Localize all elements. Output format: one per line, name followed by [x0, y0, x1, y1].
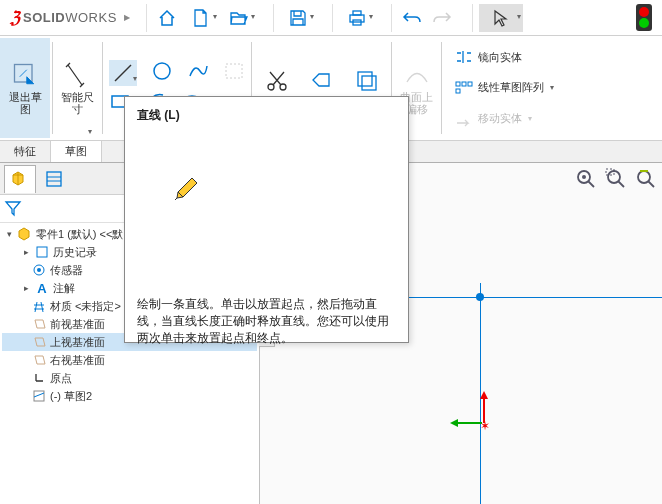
traffic-lights	[636, 4, 658, 31]
sketch-hline[interactable]	[368, 297, 662, 298]
zoom-area-icon[interactable]	[604, 167, 628, 195]
print-icon[interactable]	[339, 4, 375, 32]
smart-dimension-button[interactable]: 智能尺 寸 ▾	[55, 38, 100, 138]
undo-icon[interactable]	[398, 4, 426, 32]
open-file-icon[interactable]	[221, 4, 257, 32]
exit-sketch-button[interactable]: 退出草 图	[0, 38, 50, 138]
move-button[interactable]: 移动实体▾	[452, 109, 556, 129]
svg-line-33	[648, 181, 654, 187]
svg-rect-18	[456, 89, 460, 93]
save-icon[interactable]	[280, 4, 316, 32]
line-tool-button[interactable]: ▾	[109, 60, 137, 86]
svg-rect-0	[350, 15, 364, 22]
circle-tool-button[interactable]	[151, 60, 173, 86]
svg-rect-14	[362, 76, 376, 90]
svg-rect-15	[456, 82, 460, 86]
slot-tool-button[interactable]	[223, 60, 245, 86]
svg-rect-22	[37, 247, 47, 257]
svg-line-4	[115, 65, 131, 81]
pencil-icon	[173, 174, 396, 206]
svg-point-28	[582, 175, 586, 179]
tree-origin[interactable]: 原点	[2, 369, 257, 387]
svg-line-30	[618, 181, 624, 187]
axis-x-icon	[458, 422, 482, 424]
view-orient-icon[interactable]	[634, 167, 658, 195]
axis-x-arrow-icon	[450, 419, 458, 427]
chevron-down-icon[interactable]: ▶	[124, 13, 130, 22]
new-file-icon[interactable]	[183, 4, 219, 32]
tooltip-title: 直线 (L)	[137, 107, 396, 124]
zoom-fit-icon[interactable]	[574, 167, 598, 195]
filter-icon[interactable]	[4, 199, 22, 217]
line-tool-tooltip: 直线 (L) 绘制一条直线。单击以放置起点，然后拖动直线，当直线长度正确时释放直…	[124, 96, 409, 343]
svg-rect-1	[353, 11, 361, 15]
axis-y-arrow-icon	[480, 391, 488, 399]
svg-point-24	[37, 268, 41, 272]
property-tab-icon[interactable]	[38, 165, 70, 193]
svg-rect-16	[462, 82, 466, 86]
tab-feature[interactable]: 特征	[0, 141, 51, 162]
origin-star-icon: ✶	[480, 419, 490, 433]
spline-tool-button[interactable]	[187, 60, 209, 86]
svg-rect-19	[47, 172, 61, 186]
tooltip-description: 绘制一条直线。单击以放置起点，然后拖动直线，当直线长度正确时释放直线。您还可以使…	[137, 296, 396, 347]
feature-tree-tab-icon[interactable]	[4, 165, 36, 193]
app-logo: ℨ SOLIDWORKS ▶	[4, 8, 136, 27]
svg-rect-17	[468, 82, 472, 86]
svg-point-5	[154, 63, 170, 79]
ds-logo-icon: ℨ	[10, 8, 20, 27]
svg-rect-13	[358, 72, 372, 86]
tree-sketch2[interactable]: (-) 草图2	[2, 387, 257, 405]
tree-right-plane[interactable]: 右视基准面	[2, 351, 257, 369]
tab-sketch[interactable]: 草图	[51, 141, 102, 162]
home-icon[interactable]	[153, 4, 181, 32]
mirror-button[interactable]: 镜向实体	[452, 47, 556, 67]
redo-icon[interactable]	[428, 4, 456, 32]
svg-rect-6	[226, 64, 242, 78]
linear-pattern-button[interactable]: 线性草图阵列▾	[452, 78, 556, 98]
svg-line-34	[175, 198, 177, 200]
svg-line-27	[588, 181, 594, 187]
select-cursor-icon[interactable]	[479, 4, 523, 32]
config-tab-icon	[72, 165, 104, 193]
